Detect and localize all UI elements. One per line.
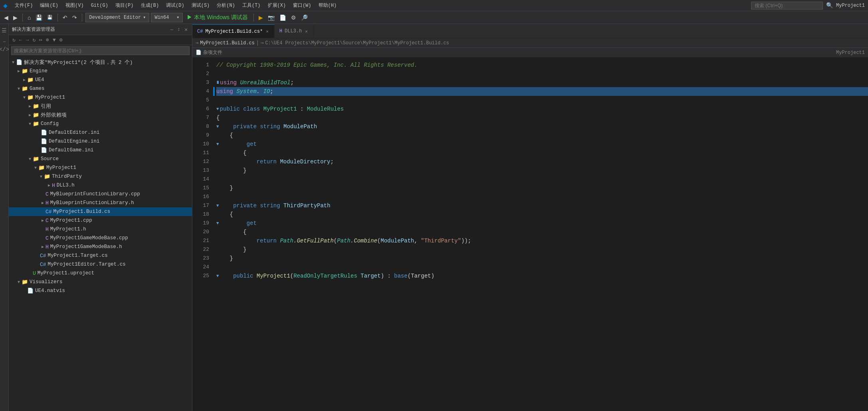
separator-3 [82,14,82,22]
config-dropdown[interactable]: Development Editor ▾ [85,13,149,22]
menu-project[interactable]: 项目(P) [112,1,137,10]
tree-engine[interactable]: ▶ 📁 Engine [9,67,192,75]
tree-games[interactable]: ▼ 📁 Games [9,84,192,93]
ln-7: 7 [192,113,209,122]
tree-ue4[interactable]: ▶ 📁 UE4 [9,75,192,84]
toolbar-extra-1[interactable]: ▶ [257,14,265,22]
tree-solution-root[interactable]: ▼ 📄 解决方案"MyProject1"(2 个项目，共 2 个) [9,58,192,67]
menu-debug[interactable]: 调试(D) [163,1,188,10]
tree-source[interactable]: ▼ 📁 Source [9,155,192,163]
tree-mp1h[interactable]: ▶ H MyProject1.h [9,225,192,234]
ln-20: 20 [192,228,209,236]
code-line-10: ▼ get [216,140,868,149]
redo-btn[interactable]: ↷ [71,14,79,22]
tree-source-myproject1[interactable]: ▼ 📁 MyProject1 [9,163,192,172]
tree-ref[interactable]: ▶ 📁 引用 [9,102,192,111]
menu-test[interactable]: 测试(S) [188,1,213,10]
menu-help[interactable]: 帮助(H) [315,1,340,10]
back-icon[interactable]: ← [18,37,24,44]
tree-editortargetcs[interactable]: ▶ C# MyProject1Editor.Target.cs [9,260,192,269]
global-search-input[interactable] [751,2,823,10]
tree-uproject[interactable]: ▶ U MyProject1.uproject [9,269,192,278]
filter-icon[interactable]: ▼ [51,37,57,44]
refresh-icon[interactable]: ↻ [31,36,37,44]
tree-default-editor-ini[interactable]: ▶ 📄 DefaultEditor.ini [9,128,192,137]
pin-icon[interactable]: ‒ [169,26,175,33]
method-getfullpath: GetFullPath [297,236,334,245]
menu-extensions[interactable]: 扩展(X) [265,1,289,10]
collapse-all-icon[interactable]: ↦ [38,36,43,44]
save-btn[interactable]: 💾 [34,14,44,22]
menu-build[interactable]: 生成(B) [138,1,162,10]
close-panel-icon[interactable]: ✕ [183,26,189,33]
show-all-icon[interactable]: ⊗ [45,36,50,44]
menu-file[interactable]: 文件(F) [12,1,36,10]
ref-label: 引用 [41,103,51,110]
run-button[interactable]: ▶ 本地 Windows 调试器 [184,13,250,22]
tab-dll3h-close[interactable]: ✕ [304,28,308,34]
tree-myblueprintheader[interactable]: ▶ H MyBlueprintFunctionLibrary.h [9,199,192,207]
brace-9: { [230,131,233,140]
forward-btn[interactable]: ▶ [12,14,19,22]
visualizers-label: Visualizers [30,279,63,285]
forward-nav-icon[interactable]: → [25,37,30,44]
code-line-15: } [216,184,868,193]
search-activity-icon[interactable]: ⎯ [2,36,6,44]
tree-mp1cpp[interactable]: ▶ C MyProject1.cpp [9,216,192,225]
tree-visualizers[interactable]: ▼ 📁 Visualizers [9,278,192,286]
tab-buildcs[interactable]: C# MyProject1.Build.cs* ✕ [192,24,275,38]
tree-build-cs[interactable]: ▶ C# MyProject1.Build.cs [9,207,192,216]
menu-view[interactable]: 视图(V) [62,1,87,10]
undo-btn[interactable]: ↶ [61,14,69,22]
menu-window[interactable]: 窗口(W) [290,1,314,10]
tree-gamemodebasecpp[interactable]: ▶ C MyProject1GameModeBase.cpp [9,234,192,242]
gamemodebasecpp-icon: C [45,235,49,241]
dll3-label: DLL3.h [57,183,75,188]
tree-myblueprintcpp[interactable]: ▶ C MyBlueprintFunctionLibrary.cpp [9,190,192,199]
toolbar-extra-5[interactable]: 🔎 [299,14,309,22]
settings-icon[interactable]: ⚙ [58,36,64,44]
editortargetcs-label: MyProject1Editor.Target.cs [48,262,126,267]
menu-analyze[interactable]: 分析(N) [214,1,238,10]
panel-title: 解决方案资源管理器 [12,26,55,33]
tree-default-engine-ini[interactable]: ▶ 📄 DefaultEngine.ini [9,137,192,146]
menu-edit[interactable]: 编辑(E) [37,1,61,10]
tree-dll3h[interactable]: ▶ H DLL3.h [9,181,192,190]
toolbar-extra-2[interactable]: 📷 [266,14,276,22]
gamemodebasecpp-label: MyProject1GameModeBase.cpp [50,235,128,241]
menu-tools[interactable]: 工具(T) [239,1,264,10]
tab-dll3h[interactable]: H DLL3.h ✕ [275,24,314,38]
ln-13: 13 [192,166,209,175]
kw-get-2: get [247,219,257,228]
semicolon-1: ; [291,78,294,87]
explorer-tree: ▼ 📄 解决方案"MyProject1"(2 个项目，共 2 个) ▶ 📁 En… [9,56,192,411]
tree-external-deps[interactable]: ▶ 📁 外部依赖项 [9,111,192,119]
toolbar-extra-3[interactable]: 📄 [278,14,288,22]
code-editor[interactable]: 1 2 3 4 5 6 7 8 9 10 11 12 13 14 15 16 1… [192,58,868,411]
save-all-btn[interactable]: 💾​​ [45,14,54,21]
tree-targetcs[interactable]: ▶ C# MyProject1.Target.cs [9,251,192,260]
ln-11: 11 [192,149,209,157]
natvis-label: UE4.natvis [35,288,65,294]
tree-myproject1[interactable]: ▼ 📁 MyProject1 [9,93,192,102]
back-btn[interactable]: ◀ [2,14,10,22]
home-btn[interactable]: ⌂ [26,14,32,22]
tree-thirdparty[interactable]: ▼ 📁 ThirdParty [9,172,192,181]
ref-folder-icon: 📁 [33,103,39,109]
toolbar-extra-4[interactable]: ⚙ [289,14,298,22]
tree-config[interactable]: ▼ 📁 Config [9,119,192,128]
tree-default-game-ini[interactable]: ▶ 📄 DefaultGame.ini [9,146,192,155]
platform-dropdown[interactable]: Win64 ▾ [151,13,183,22]
menu-git[interactable]: Git(G) [88,2,111,9]
tree-ue4natvis[interactable]: ▶ 📄 UE4.natvis [9,286,192,295]
tree-gamemodebaseh[interactable]: ▶ H MyProject1GameModeBase.h [9,242,192,251]
move-icon[interactable]: ↕ [176,26,182,33]
explorer-search-input[interactable] [11,46,190,55]
explorer-icon[interactable]: ☰ [1,26,8,36]
code-content-area[interactable]: // Copyright 1998-2019 Epic Games, Inc. … [213,58,868,411]
sync-icon[interactable]: ↻ [11,36,17,44]
uproject-label: MyProject1.uproject [38,270,95,276]
tab-buildcs-close[interactable]: ✕ [265,28,269,34]
targetcs-icon: C# [40,253,46,259]
type-io: IO [260,87,270,96]
